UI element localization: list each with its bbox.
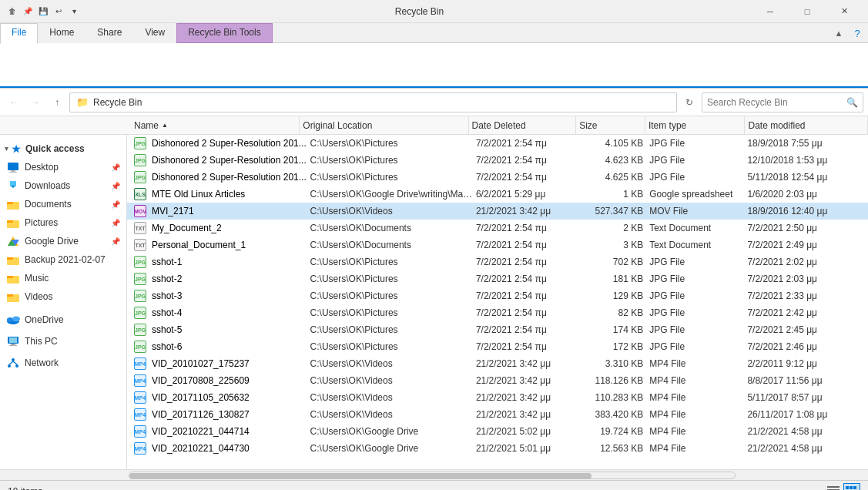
table-row[interactable]: JPG Dishonored 2 Super-Resolution 201...… [127,135,868,152]
svg-point-23 [12,358,15,361]
table-row[interactable]: JPG sshot-6 C:\Users\OK\Pictures 7/2/202… [127,338,868,355]
col-header-date-deleted[interactable]: Date Deleted [469,116,577,134]
sidebar-item-downloads[interactable]: Downloads 📌 [0,176,126,195]
documents-label: Documents [25,199,72,210]
pin-icon-gdrive: 📌 [111,237,120,246]
file-orig-loc: C:\Users\OK\Videos [310,358,476,369]
back-button[interactable]: ← [5,93,23,112]
list-view-button[interactable] [843,483,860,491]
file-orig-loc: C:\Users\OK\Videos [310,375,476,386]
refresh-button[interactable]: ↻ [680,93,699,112]
sidebar-item-desktop[interactable]: Desktop 📌 [0,158,126,176]
title-bar: 🗑 📌 💾 ↩ ▾ Recycle Bin ─ □ ✕ [0,0,868,23]
minimize-button[interactable]: ─ [752,0,788,23]
pin-icon: 📌 [111,163,120,172]
file-orig-loc: C:\Users\OK\Documents [310,223,476,233]
sidebar-item-documents[interactable]: Documents 📌 [0,195,126,213]
search-box[interactable]: 🔍 [702,92,863,112]
table-row[interactable]: JPG sshot-5 C:\Users\OK\Pictures 7/2/202… [127,321,868,338]
close-button[interactable]: ✕ [826,0,862,23]
file-date-modified: 7/2/2021 2:45 μμ [747,324,868,335]
search-icon[interactable]: 🔍 [846,97,858,108]
table-row[interactable]: MP4 VID_20210221_044730 C:\Users\OK\Goog… [127,440,868,457]
sidebar-item-google-drive[interactable]: Google Drive 📌 [0,232,126,250]
jpg-icon: JPG [134,256,146,268]
table-row[interactable]: JPG Dishonored 2 Super-Resolution 201...… [127,169,868,186]
col-header-item-type[interactable]: Item type [645,116,746,134]
ribbon-collapse-icon[interactable]: ▲ [831,25,846,41]
table-row[interactable]: JPG sshot-1 C:\Users\OK\Pictures 7/2/202… [127,253,868,270]
file-date-modified: 18/9/2018 7:55 μμ [747,138,868,149]
jpg-icon: JPG [134,324,146,336]
file-icon: JPG [133,153,147,167]
sidebar-item-backup[interactable]: Backup 2021-02-07 [0,250,126,269]
table-row[interactable]: TXT My_Document_2 C:\Users\OK\Documents … [127,220,868,237]
file-orig-loc: C:\Users\OK\Pictures [310,172,476,183]
tab-share[interactable]: Share [85,23,133,43]
file-icon: TXT [133,238,147,252]
table-row[interactable]: MOV MVI_2171 C:\Users\OK\Videos 21/2/202… [127,203,868,220]
file-item-type: MP4 File [649,426,747,437]
sidebar-item-videos[interactable]: Videos [0,287,126,306]
h-scroll-track[interactable] [129,472,736,479]
desktop-icon [6,160,20,174]
tab-file[interactable]: File [0,23,38,44]
file-list[interactable]: JPG Dishonored 2 Super-Resolution 201...… [127,135,868,469]
table-row[interactable]: MP4 VID_20101027_175237 C:\Users\OK\Vide… [127,355,868,372]
table-row[interactable]: JPG sshot-2 C:\Users\OK\Pictures 7/2/202… [127,270,868,287]
dropdown-icon[interactable]: ▾ [68,5,80,18]
details-view-button[interactable] [825,483,842,491]
file-orig-loc: C:\Users\OK\Pictures [310,274,476,284]
table-row[interactable]: XLS MTE Old Linux Articles C:\Users\OK\G… [127,186,868,203]
file-name: sshot-6 [152,341,310,352]
backup-label: Backup 2021-02-07 [25,254,106,265]
svg-rect-11 [7,257,13,260]
undo-icon[interactable]: ↩ [52,5,65,18]
mp4-icon: MP4 [134,374,146,387]
table-row[interactable]: MP4 VID_20171105_205632 C:\Users\OK\Vide… [127,389,868,406]
file-item-type: JPG File [649,307,747,318]
sidebar-item-music[interactable]: Music [0,269,126,287]
tab-recycle-bin-tools[interactable]: Recycle Bin Tools [176,23,273,43]
jpg-icon: JPG [134,273,146,285]
table-row[interactable]: JPG Dishonored 2 Super-Resolution 201...… [127,152,868,169]
address-path[interactable]: 📁 Recycle Bin [69,92,677,112]
file-orig-loc: C:\Users\OK\Google Drive [310,443,476,454]
sidebar-item-pictures[interactable]: Pictures 📌 [0,213,126,232]
sidebar-item-this-pc[interactable]: This PC [0,332,126,351]
table-row[interactable]: MP4 VID_20170808_225609 C:\Users\OK\Vide… [127,372,868,389]
file-size: 527.347 KB [581,206,649,216]
file-item-type: JPG File [649,324,747,335]
quick-access-header[interactable]: ▾ ★ Quick access [0,139,126,158]
table-row[interactable]: TXT Personal_Document_1 C:\Users\OK\Docu… [127,237,868,253]
sidebar-item-network[interactable]: Network [0,354,126,372]
forward-button[interactable]: → [26,93,45,112]
col-header-name[interactable]: Name ▲ [131,116,300,134]
col-header-date-modified[interactable]: Date modified [745,116,868,134]
google-drive-label: Google Drive [25,236,79,247]
table-row[interactable]: MP4 VID_20210221_044714 C:\Users\OK\Goog… [127,423,868,440]
quick-access-icon[interactable]: 📌 [22,5,34,18]
up-button[interactable]: ↑ [48,93,66,112]
col-header-size[interactable]: Size [576,116,645,134]
help-icon[interactable]: ? [850,25,865,41]
h-scroll-thumb[interactable] [129,473,592,479]
table-row[interactable]: JPG sshot-3 C:\Users\OK\Pictures 7/2/202… [127,287,868,304]
tab-view[interactable]: View [133,23,176,43]
svg-point-17 [7,317,13,322]
col-header-orig-loc[interactable]: Original Location [300,116,468,134]
table-row[interactable]: JPG sshot-4 C:\Users\OK\Pictures 7/2/202… [127,304,868,321]
file-item-type: MP4 File [649,358,747,369]
maximize-button[interactable]: □ [789,0,825,23]
search-input[interactable] [707,97,846,108]
save-icon[interactable]: 💾 [37,5,49,18]
tab-home[interactable]: Home [38,23,85,43]
file-name: Dishonored 2 Super-Resolution 201... [152,172,310,183]
table-row[interactable]: MP4 VID_20171126_130827 C:\Users\OK\Vide… [127,406,868,423]
file-icon: JPG [133,306,147,320]
file-name: VID_20171105_205632 [152,392,310,403]
file-size: 3 KB [581,240,649,250]
file-orig-loc: C:\Users\OK\Pictures [310,324,476,335]
sidebar-item-onedrive[interactable]: OneDrive [0,310,126,329]
horizontal-scrollbar[interactable] [0,469,868,480]
